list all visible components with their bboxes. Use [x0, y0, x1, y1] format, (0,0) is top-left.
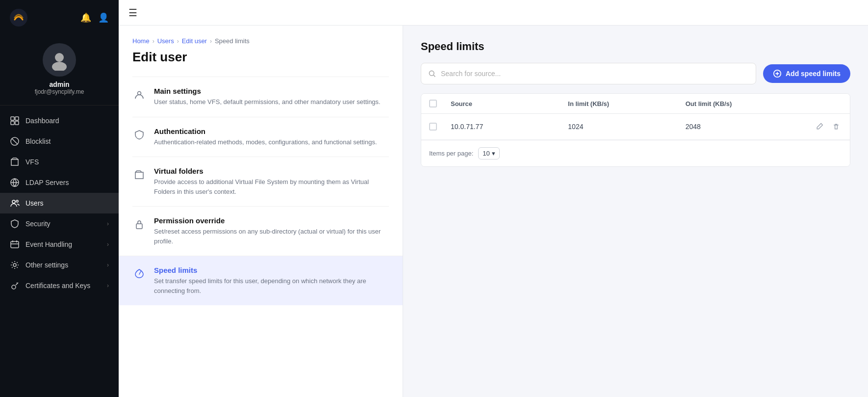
vfs-icon: [10, 157, 20, 167]
breadcrumb-sep-3: ›: [210, 38, 212, 45]
plus-circle-icon: [773, 69, 782, 78]
vf-text: Virtual folders Provide access to additi…: [154, 167, 389, 196]
search-add-row: Add speed limits: [421, 63, 850, 84]
add-button-label: Add speed limits: [786, 70, 841, 78]
svg-rect-12: [11, 241, 19, 248]
certificates-icon: [10, 281, 20, 291]
settings-item-speed[interactable]: Speed limits Set transfer speed limits f…: [119, 256, 403, 305]
search-icon: [428, 70, 436, 78]
svg-point-0: [10, 9, 27, 26]
row-actions: [803, 121, 842, 132]
select-all-checkbox[interactable]: [429, 100, 437, 107]
breadcrumb-home[interactable]: Home: [132, 37, 150, 45]
table-row: 10.0.71.77 1024 2048: [421, 114, 850, 140]
sidebar-top-icons: 🔔 👤: [80, 12, 109, 23]
breadcrumb-edit-user[interactable]: Edit user: [182, 37, 207, 45]
page-title: Edit user: [132, 50, 389, 65]
settings-item-perm[interactable]: Permission override Set/reset access per…: [132, 206, 389, 256]
other-settings-icon: [10, 260, 20, 270]
breadcrumb-current: Speed limits: [215, 37, 250, 45]
sidebar-header: 🔔 👤: [0, 0, 119, 35]
svg-rect-4: [15, 117, 19, 120]
svg-rect-3: [11, 117, 14, 120]
speed-name: Speed limits: [154, 266, 389, 274]
users-icon: [10, 198, 20, 208]
settings-item-main[interactable]: Main settings User status, home VFS, def…: [132, 77, 389, 117]
sidebar-item-other-settings[interactable]: Other settings ›: [0, 255, 119, 275]
settings-item-auth[interactable]: Authentication Authentication-related me…: [132, 117, 389, 157]
auth-icon: [132, 128, 146, 142]
security-icon: [10, 219, 20, 229]
perm-desc: Set/reset access permissions on any sub-…: [154, 227, 389, 246]
speed-icon: [132, 267, 146, 281]
sidebar-item-dashboard[interactable]: Dashboard: [0, 110, 119, 131]
sidebar-item-blocklist[interactable]: Blocklist: [0, 131, 119, 152]
certificates-chevron-icon: ›: [107, 282, 109, 289]
sidebar-label-other-settings: Other settings: [26, 261, 101, 269]
blocklist-icon: [10, 136, 20, 146]
auth-name: Authentication: [154, 127, 377, 135]
delete-row-button[interactable]: [830, 121, 842, 132]
svg-point-2: [52, 62, 67, 71]
settings-item-vf[interactable]: Virtual folders Provide access to additi…: [132, 157, 389, 206]
svg-point-10: [12, 200, 15, 203]
delete-icon: [832, 123, 840, 131]
event-icon: [10, 239, 20, 249]
cell-source: 10.0.71.77: [451, 123, 568, 131]
vf-icon: [132, 168, 146, 182]
edit-row-button[interactable]: [814, 121, 825, 132]
header-checkbox-cell: [429, 100, 451, 107]
pagination-label: Items per page:: [429, 150, 473, 157]
sidebar-item-users[interactable]: Users: [0, 193, 119, 213]
main-wrapper: ☰ Home › Users › Edit user › Speed limit…: [119, 0, 868, 397]
avatar-icon: [49, 49, 70, 71]
col-out-limit: Out limit (KB/s): [686, 100, 803, 107]
cell-out-limit: 2048: [686, 123, 803, 131]
topbar: ☰: [119, 0, 868, 26]
sidebar-item-ldap[interactable]: LDAP Servers: [0, 172, 119, 193]
profile-name: admin: [49, 80, 69, 88]
sidebar-label-users: Users: [26, 199, 109, 207]
profile-icon[interactable]: 👤: [98, 12, 109, 23]
sidebar-label-dashboard: Dashboard: [26, 117, 109, 125]
right-panel: Speed limits Add speed limits Sourc: [403, 26, 868, 397]
add-speed-limits-button[interactable]: Add speed limits: [763, 64, 850, 83]
pagination-row: Items per page: 10 ▾: [421, 140, 850, 166]
sidebar-item-vfs[interactable]: VFS: [0, 152, 119, 172]
vf-desc: Provide access to additional Virtual Fil…: [154, 177, 389, 196]
svg-line-8: [12, 138, 18, 144]
sidebar-label-ldap: LDAP Servers: [26, 179, 109, 186]
perm-text: Permission override Set/reset access per…: [154, 216, 389, 246]
main-settings-icon: [132, 88, 146, 102]
sidebar-label-vfs: VFS: [26, 158, 109, 166]
row-checkbox[interactable]: [429, 123, 437, 131]
content-area: Home › Users › Edit user › Speed limits …: [119, 26, 868, 397]
notification-icon[interactable]: 🔔: [80, 12, 91, 23]
table-header: Source In limit (KB/s) Out limit (KB/s): [421, 94, 850, 114]
breadcrumb-users[interactable]: Users: [157, 37, 174, 45]
svg-rect-5: [11, 121, 14, 125]
avatar: [43, 43, 76, 77]
sidebar-item-security[interactable]: Security ›: [0, 213, 119, 234]
settings-list: Main settings User status, home VFS, def…: [132, 77, 389, 305]
per-page-chevron-icon: ▾: [492, 150, 495, 157]
sidebar-item-event-handling[interactable]: Event Handling ›: [0, 234, 119, 255]
col-in-limit: In limit (KB/s): [568, 100, 685, 107]
panel-title: Speed limits: [421, 40, 850, 53]
search-input[interactable]: [441, 70, 749, 78]
sidebar-label-event: Event Handling: [26, 240, 101, 248]
per-page-select[interactable]: 10 ▾: [478, 147, 499, 159]
security-chevron-icon: ›: [107, 220, 109, 227]
svg-rect-16: [136, 224, 142, 229]
sidebar-label-certificates: Certificates and Keys: [26, 282, 101, 290]
profile-email: fjodr@syncplify.me: [35, 88, 84, 95]
auth-text: Authentication Authentication-related me…: [154, 127, 377, 147]
svg-point-1: [55, 53, 64, 62]
breadcrumb-sep-1: ›: [153, 38, 154, 45]
auth-desc: Authentication-related methods, modes, c…: [154, 137, 377, 147]
ldap-icon: [10, 178, 20, 187]
svg-point-14: [12, 285, 16, 289]
svg-line-18: [434, 75, 435, 77]
hamburger-button[interactable]: ☰: [128, 7, 137, 19]
sidebar-item-certificates[interactable]: Certificates and Keys ›: [0, 275, 119, 296]
